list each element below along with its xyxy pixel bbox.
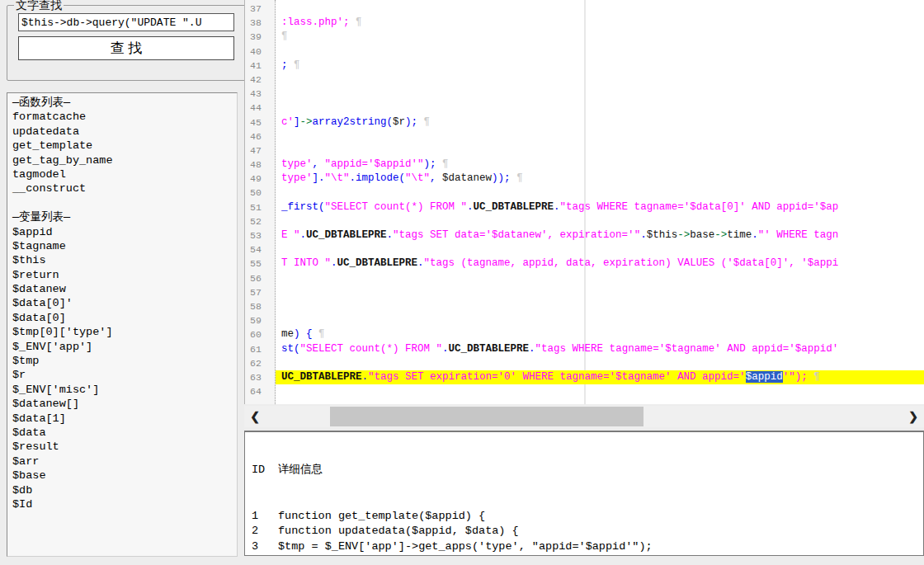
- code-line-44[interactable]: 44: [245, 101, 924, 115]
- line-text: [276, 144, 924, 158]
- line-text: [276, 101, 924, 115]
- find-input[interactable]: [18, 13, 234, 31]
- code-line-58[interactable]: 58: [245, 299, 924, 313]
- code-line-53[interactable]: 53E ".UC_DBTABLEPRE."tags SET data='$dat…: [245, 228, 924, 242]
- scrollbar-thumb[interactable]: [330, 407, 644, 426]
- code-line-54[interactable]: 54: [245, 242, 924, 257]
- code-line-43[interactable]: 43: [245, 87, 924, 101]
- list-item[interactable]: $base: [12, 468, 237, 483]
- list-item[interactable]: $return: [12, 268, 237, 282]
- code-line-46[interactable]: 46: [245, 129, 924, 144]
- list-item[interactable]: $tmp[0]['type']: [12, 325, 237, 339]
- list-item[interactable]: $result: [12, 440, 237, 454]
- line-number: 37: [245, 2, 276, 16]
- details-col-info: 详细信息: [278, 463, 923, 478]
- detail-row-2[interactable]: 2function updatedata($appid, $data) {: [245, 524, 923, 539]
- code-line-40[interactable]: 40: [245, 45, 924, 59]
- code-line-42[interactable]: 42: [245, 73, 924, 87]
- list-item[interactable]: $this: [12, 253, 237, 267]
- line-number: 44: [245, 101, 276, 115]
- list-item[interactable]: get_tag_by_name: [12, 153, 237, 167]
- line-number: 58: [245, 299, 276, 313]
- line-number: 55: [245, 257, 276, 271]
- list-item[interactable]: $tagname: [12, 239, 237, 253]
- line-text: c']->array2string($r); ¶: [276, 115, 924, 129]
- horizontal-scrollbar[interactable]: ❮ ❯: [244, 406, 924, 427]
- line-number: 53: [245, 228, 276, 242]
- code-line-38[interactable]: 38:lass.php'; ¶: [245, 16, 924, 30]
- list-item[interactable]: $data: [12, 426, 237, 440]
- line-text: me) { ¶: [276, 327, 924, 341]
- list-item[interactable]: tagmodel: [12, 167, 237, 181]
- detail-row-4[interactable]: 4$return = $this->db->result_first("SELE…: [245, 554, 923, 556]
- selected-text[interactable]: $appid: [746, 371, 783, 383]
- line-text: [276, 313, 924, 327]
- list-item[interactable]: $_ENV['misc']: [12, 383, 237, 397]
- list-item[interactable]: $r: [12, 368, 237, 382]
- line-text: ; ¶: [276, 59, 924, 73]
- line-text: [276, 214, 924, 228]
- symbol-list[interactable]: —函数列表—formatcacheupdatedataget_templateg…: [7, 92, 238, 557]
- code-line-41[interactable]: 41; ¶: [245, 59, 924, 73]
- line-text: ¶: [276, 30, 924, 44]
- details-col-id: ID: [245, 463, 278, 478]
- line-number: 62: [245, 356, 276, 370]
- code-line-50[interactable]: 50: [245, 186, 924, 200]
- list-item[interactable]: $appid: [12, 225, 237, 239]
- line-text: [276, 384, 924, 398]
- detail-row-id: 3: [245, 539, 278, 555]
- scroll-right-icon[interactable]: ❯: [904, 406, 922, 427]
- code-line-64[interactable]: 64: [245, 384, 924, 398]
- list-item[interactable]: formatcache: [12, 110, 237, 124]
- line-number: 51: [245, 200, 276, 214]
- code-line-56[interactable]: 56: [245, 271, 924, 285]
- code-line-47[interactable]: 47: [245, 144, 924, 158]
- list-item[interactable]: $data[0]: [12, 311, 237, 325]
- list-item[interactable]: $Id: [12, 497, 237, 511]
- list-item[interactable]: $arr: [12, 454, 237, 468]
- scroll-left-icon[interactable]: ❮: [246, 406, 264, 427]
- list-item[interactable]: get_template: [12, 139, 237, 153]
- list-item[interactable]: __construct: [12, 181, 237, 195]
- code-line-37[interactable]: 37: [245, 2, 924, 16]
- list-item[interactable]: —函数列表—: [12, 96, 237, 110]
- line-text: [276, 87, 924, 101]
- line-number: 39: [245, 30, 276, 44]
- line-text: _first("SELECT count(*) FROM ".UC_DBTABL…: [276, 200, 924, 214]
- code-line-57[interactable]: 57: [245, 285, 924, 299]
- code-line-45[interactable]: 45c']->array2string($r); ¶: [245, 115, 924, 129]
- line-number: 46: [245, 129, 276, 144]
- list-item[interactable]: $_ENV['app']: [12, 340, 237, 354]
- list-item[interactable]: $tmp: [12, 354, 237, 368]
- list-item[interactable]: [12, 196, 237, 210]
- detail-row-info: function updatedata($appid, $data) {: [278, 524, 923, 539]
- code-line-59[interactable]: 59: [245, 313, 924, 327]
- app-window: 文字查找 查 找 —函数列表—formatcacheupdatedataget_…: [0, 0, 924, 565]
- list-item[interactable]: $data[0]': [12, 296, 237, 310]
- code-line-49[interactable]: 49type']."\t".implode("\t", $datanew)); …: [245, 172, 924, 186]
- detail-row-3[interactable]: 3$tmp = $_ENV['app']->get_apps('type', "…: [245, 539, 923, 555]
- code-line-63[interactable]: 63UC_DBTABLEPRE."tags SET expiration='0'…: [245, 370, 924, 384]
- detail-row-id: 1: [245, 509, 278, 525]
- code-line-62[interactable]: 62: [245, 356, 924, 370]
- find-button[interactable]: 查 找: [18, 36, 234, 60]
- list-item[interactable]: $datanew: [12, 282, 237, 296]
- list-item[interactable]: $db: [12, 483, 237, 497]
- left-panel: 文字查找 查 找 —函数列表—formatcacheupdatedataget_…: [3, 0, 243, 565]
- detail-row-info: $tmp = $_ENV['app']->get_apps('type', "a…: [278, 539, 923, 555]
- list-item[interactable]: —变量列表—: [12, 210, 237, 224]
- list-item[interactable]: $datanew[]: [12, 397, 237, 411]
- list-item[interactable]: $data[1]: [12, 412, 237, 426]
- code-line-52[interactable]: 52: [245, 214, 924, 228]
- code-editor[interactable]: 3738:lass.php'; ¶39¶4041; ¶42434445c']->…: [244, 0, 924, 404]
- code-line-48[interactable]: 48type', "appid='$appid'"); ¶: [245, 158, 924, 172]
- code-line-51[interactable]: 51_first("SELECT count(*) FROM ".UC_DBTA…: [245, 200, 924, 214]
- detail-row-1[interactable]: 1function get_template($appid) {: [245, 509, 923, 525]
- list-item[interactable]: updatedata: [12, 125, 237, 139]
- code-lines: 3738:lass.php'; ¶39¶4041; ¶42434445c']->…: [245, 2, 924, 398]
- code-line-61[interactable]: 61st("SELECT count(*) FROM ".UC_DBTABLEP…: [245, 342, 924, 356]
- code-line-60[interactable]: 60me) { ¶: [245, 327, 924, 341]
- details-rows: 1function get_template($appid) {2functio…: [245, 509, 923, 557]
- code-line-55[interactable]: 55T INTO ".UC_DBTABLEPRE."tags (tagname,…: [245, 257, 924, 271]
- code-line-39[interactable]: 39¶: [245, 30, 924, 44]
